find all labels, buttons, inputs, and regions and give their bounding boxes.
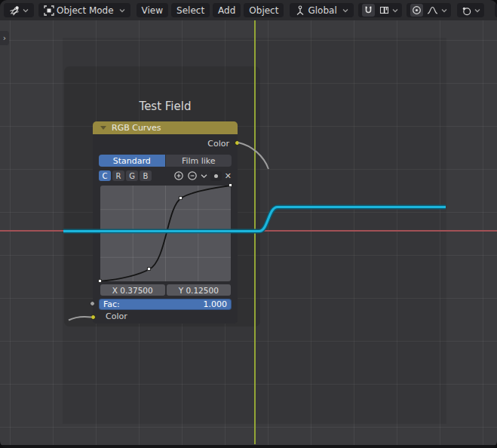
- mode-selector[interactable]: Object Mode: [38, 3, 130, 17]
- menu-object[interactable]: Object: [244, 3, 284, 17]
- menu-select[interactable]: Select: [171, 3, 210, 17]
- channel-g-button[interactable]: G: [126, 170, 138, 181]
- chevron-down-icon: [392, 8, 398, 13]
- chevron-down-icon: [119, 8, 125, 13]
- zoom-out-button[interactable]: [187, 170, 198, 181]
- snap-group: [358, 3, 402, 17]
- chevron-down-icon: [201, 173, 207, 179]
- clipping-toggle[interactable]: [210, 171, 222, 181]
- curve-plot: [100, 186, 231, 281]
- output-socket-color[interactable]: [235, 140, 240, 146]
- collapse-triangle-icon[interactable]: [100, 126, 106, 130]
- proportional-editing-icon: [412, 5, 422, 15]
- chevron-down-icon: [474, 8, 480, 13]
- pivot-point-dropdown[interactable]: [457, 3, 484, 17]
- snap-magnet-icon: [364, 5, 373, 15]
- input-socket-color[interactable]: [91, 315, 96, 320]
- axis-x-line: [0, 230, 497, 232]
- curve-point[interactable]: [179, 196, 183, 200]
- input-color-label: Color: [106, 311, 127, 321]
- transform-orientation-dropdown[interactable]: Global: [290, 3, 353, 17]
- close-icon: ✕: [225, 172, 232, 180]
- zoom-in-button[interactable]: [173, 170, 184, 181]
- proportional-editing-toggle[interactable]: [410, 4, 423, 17]
- blender-window: Object Mode View Select Add Object Globa…: [0, 0, 497, 448]
- fac-label: Fac:: [103, 299, 120, 309]
- zoom-in-icon: [173, 170, 184, 181]
- mode-label: Object Mode: [54, 5, 116, 16]
- menu-view[interactable]: View: [137, 3, 168, 17]
- curve-widget[interactable]: [100, 186, 231, 281]
- channel-b-button[interactable]: B: [140, 170, 152, 181]
- channel-r-button[interactable]: R: [112, 170, 124, 181]
- snap-dropdown[interactable]: [392, 8, 398, 13]
- viewport-header: Object Mode View Select Add Object Globa…: [0, 0, 497, 20]
- point-x-field[interactable]: X 0.37500: [100, 284, 165, 296]
- curve-point[interactable]: [229, 183, 232, 187]
- tone-mode-tabs: Standard Film like: [99, 155, 232, 167]
- tab-standard[interactable]: Standard: [99, 155, 165, 167]
- snap-target-icon[interactable]: [379, 5, 389, 15]
- falloff-dropdown[interactable]: [441, 8, 447, 13]
- input-socket-fac[interactable]: [90, 301, 95, 306]
- curve-point[interactable]: [98, 279, 102, 283]
- sidebar-toggle[interactable]: ›: [0, 31, 9, 45]
- proportional-group: [406, 3, 451, 17]
- curve-point-selected[interactable]: [147, 267, 151, 271]
- orientation-label: Global: [305, 5, 339, 16]
- object-mode-icon: [44, 5, 54, 16]
- rgb-curves-node[interactable]: RGB Curves Color Standard Film like C R …: [93, 121, 238, 324]
- window-bottom-edge: [0, 445, 497, 448]
- fac-value: 1.000: [204, 299, 228, 309]
- zoom-out-icon: [187, 170, 198, 181]
- fac-slider[interactable]: Fac: 1.000: [99, 299, 232, 310]
- curve-tools-dropdown[interactable]: [201, 173, 207, 179]
- chevron-down-icon: [441, 8, 447, 13]
- channel-c-button[interactable]: C: [99, 170, 111, 181]
- editor-3d-viewport-icon: [9, 5, 20, 16]
- node-editor-canvas[interactable]: › Test Field RGB Curves Color Standard F…: [0, 20, 497, 445]
- frame-label: Test Field: [93, 100, 238, 113]
- tab-film-like[interactable]: Film like: [166, 155, 232, 167]
- output-socket-label: Color: [207, 139, 229, 149]
- snap-toggle[interactable]: [362, 4, 375, 17]
- transform-orientation-icon: [295, 5, 305, 16]
- chevron-down-icon: [23, 8, 29, 13]
- node-header[interactable]: RGB Curves: [93, 121, 238, 134]
- axis-y-line: [254, 20, 256, 444]
- point-y-field[interactable]: Y 0.12500: [167, 284, 232, 296]
- editor-type-selector[interactable]: [4, 3, 34, 17]
- pivot-point-icon: [461, 5, 471, 16]
- chevron-down-icon: [342, 8, 348, 13]
- menu-add[interactable]: Add: [213, 3, 241, 17]
- delete-point-button[interactable]: ✕: [225, 172, 232, 180]
- clipping-dot-icon: [214, 174, 218, 178]
- node-title: RGB Curves: [112, 123, 161, 133]
- falloff-curve-icon[interactable]: [427, 5, 438, 15]
